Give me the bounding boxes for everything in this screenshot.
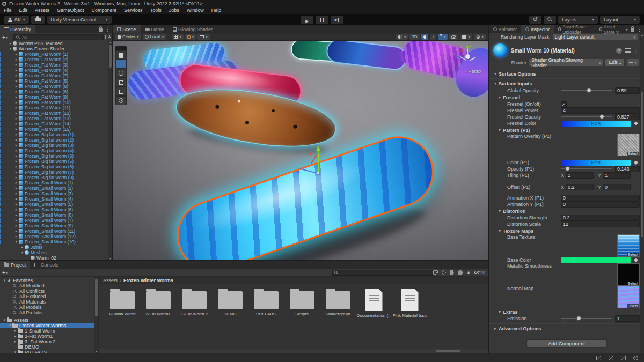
property-surface-options[interactable]: Surface Options (489, 70, 640, 78)
hierarchy-row[interactable]: Frozen_Small Worm (12) (0, 234, 112, 239)
foldout-arrow[interactable] (14, 159, 19, 164)
foldout-arrow[interactable] (14, 180, 19, 186)
slider-track[interactable] (561, 116, 612, 117)
camera-settings-button[interactable] (460, 34, 472, 40)
project-tree-row[interactable]: 1-Small Worm (0, 328, 98, 334)
hierarchy-row[interactable]: Frozen_Fat Worm (8) (0, 84, 112, 89)
orientation-gizmo[interactable]: y z x (455, 44, 480, 69)
y-field[interactable]: 1 (603, 172, 631, 179)
foldout-arrow[interactable] (13, 329, 18, 333)
project-grid-item[interactable]: 3 -Fat Worm 2 (176, 288, 212, 316)
hidden-count[interactable]: 20 (474, 270, 485, 275)
project-tree-row[interactable]: All Prefabs (0, 310, 98, 315)
property-animation-x-p1[interactable]: Animation X (P1)0 (489, 195, 640, 201)
hierarchy-row[interactable]: Frozen_Small Worm (11) (0, 228, 112, 234)
pivot-mode-button[interactable]: Center (115, 34, 141, 40)
hierarchy-row[interactable]: Worms PBR Textured (0, 41, 112, 46)
hierarchy-row[interactable]: Worms Frozen Shader (0, 46, 112, 51)
project-tree-row[interactable]: All Conflicts (0, 289, 98, 294)
gizmo-center-handle[interactable] (317, 172, 320, 175)
menu-item-assets[interactable]: Assets (31, 7, 53, 14)
hierarchy-row[interactable]: Frozen_Fat Worm (14) (0, 121, 112, 127)
hierarchy-row[interactable]: Frozen_Small Worm (3) (0, 191, 112, 196)
effects-toggle-button[interactable] (438, 34, 448, 40)
hierarchy-row[interactable]: Frozen_Fat Worm (2) (0, 57, 112, 62)
project-add-button[interactable] (2, 270, 12, 276)
property-fresnel-color[interactable]: Fresnel ColorHDR (489, 120, 640, 127)
search-by-type-icon[interactable] (433, 270, 438, 275)
gizmo-z-axis[interactable] (299, 168, 318, 174)
gizmo-x-axis[interactable] (311, 155, 317, 164)
property-texture-maps[interactable]: Texture Maps (489, 227, 640, 234)
value-field[interactable]: 0 (561, 201, 640, 208)
advanced-options-foldout[interactable]: Advanced Options (489, 324, 644, 333)
transform-tool-button[interactable] (115, 96, 127, 105)
slider-value-field[interactable]: 0.143 (615, 166, 640, 172)
axis-y-cone[interactable] (466, 45, 469, 48)
property-opacity-p1[interactable]: Opacity (P1)0.143 (489, 166, 640, 172)
menu-item-gameobject[interactable]: GameObject (53, 7, 88, 14)
value-field[interactable]: 12 (561, 221, 640, 227)
property-extras[interactable]: Extras (489, 308, 640, 315)
hierarchy-row[interactable]: Frozen_Fat Worm (10) (0, 100, 112, 105)
hierarchy-row[interactable]: Frozen_Big fat worm (1) (0, 132, 112, 137)
rendering-layer-mask-dropdown[interactable]: Light Layer default (553, 34, 638, 40)
y-field[interactable]: 0 (603, 184, 631, 190)
menu-item-tools[interactable]: Tools (147, 7, 165, 14)
undo-history-button[interactable] (529, 16, 541, 24)
menu-item-component[interactable]: Component (88, 7, 121, 14)
property-base-texture[interactable]: Base TextureSelect (489, 234, 640, 257)
play-button[interactable] (301, 16, 313, 24)
slider-handle[interactable] (561, 322, 566, 323)
foldout-arrow[interactable] (14, 148, 19, 153)
material-preview-sphere[interactable] (493, 43, 507, 57)
packages-filter-icon[interactable] (441, 270, 446, 275)
add-component-button[interactable]: Add Component (526, 339, 607, 348)
shader-edit-button[interactable]: Edit... (605, 59, 624, 66)
foldout-arrow[interactable] (14, 234, 19, 239)
shader-dropdown[interactable]: Shader Graphs/Glowing Shader (529, 59, 603, 66)
audio-toggle-button[interactable] (430, 34, 436, 40)
move-tool-button[interactable] (115, 60, 127, 69)
eyedropper-icon[interactable] (633, 120, 640, 127)
project-tree-row[interactable]: Favorites (0, 278, 98, 283)
color-bar[interactable] (561, 257, 631, 263)
project-grid-item[interactable]: Pink Material Issue (392, 288, 428, 318)
property-distortion[interactable]: Distortion (489, 208, 640, 215)
project-tree-row[interactable]: All Models (0, 305, 98, 310)
property-fresnel[interactable]: Fresnel (489, 94, 640, 101)
slider-handle[interactable] (599, 114, 604, 119)
draw-mode-button[interactable] (396, 34, 408, 40)
hdr-color-bar[interactable]: HDR (561, 160, 631, 166)
gizmos-button[interactable] (474, 34, 486, 40)
hierarchy-row[interactable]: Frozen_Fat Worm (1) (0, 51, 112, 57)
foldout-arrow[interactable] (14, 153, 19, 159)
hierarchy-search[interactable] (13, 34, 104, 40)
foldout-arrow[interactable] (13, 334, 18, 338)
cache-muted-icon[interactable] (608, 355, 614, 361)
help-icon[interactable]: ? (616, 48, 622, 54)
property-fresnel-power[interactable]: Fresnel Power4 (489, 107, 640, 114)
property-base-color[interactable]: Base Color (489, 257, 640, 263)
hierarchy-row[interactable]: Frozen_Small Worm (9) (0, 223, 112, 228)
menu-item-help[interactable]: Help (208, 7, 225, 14)
presets-icon[interactable] (625, 48, 631, 53)
property-normal-map[interactable]: Normal MapSelect (489, 286, 640, 308)
scale-tool-button[interactable] (115, 78, 127, 87)
slider-value-field[interactable]: 0.827 (615, 114, 640, 120)
hierarchy-row[interactable]: Frozen_Fat Worm (15) (0, 127, 112, 132)
project-tree-scrollbar[interactable]: ▼ (94, 277, 98, 353)
property-fresnel-on-off[interactable]: Fresnel (On/off) (489, 101, 640, 107)
breadcrumb-current[interactable]: Frozen Winter Worms (123, 278, 173, 283)
menu-item-services[interactable]: Services (120, 7, 147, 14)
property-fresnel-opacity[interactable]: Fresnel Opacity0.827 (489, 114, 640, 120)
texture-thumbnail[interactable]: Select (617, 134, 640, 156)
foldout-arrow[interactable] (14, 68, 19, 73)
worm-blue-top[interactable] (325, 41, 408, 71)
foldout-arrow[interactable] (8, 46, 13, 51)
project-grid-item[interactable]: Shadergraph (320, 288, 356, 316)
slider-handle[interactable] (565, 166, 570, 171)
tab-project[interactable]: Project (0, 261, 30, 269)
axis-z-cone[interactable] (456, 55, 460, 58)
scene-viewport[interactable]: y z x Persp (113, 41, 488, 260)
